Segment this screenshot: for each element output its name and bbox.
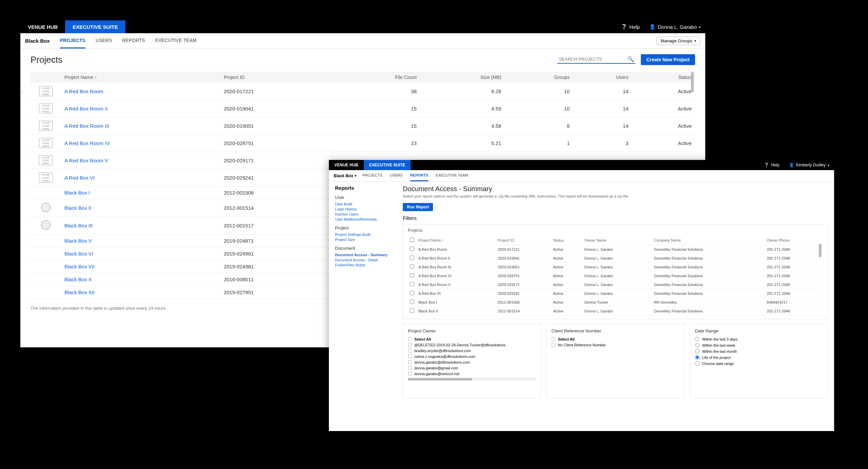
project-link[interactable]: Black Box XIII [61,299,220,303]
date-range-option[interactable]: Life of the project [695,355,823,360]
cell: Donnelley Financial Solutions [652,263,765,271]
column-header[interactable]: Status [551,236,582,245]
project-link[interactable]: Black Box I [61,186,220,199]
select-all-checkbox[interactable] [410,238,414,242]
date-range-option[interactable]: Choose date range [695,361,823,366]
manage-groups-button[interactable]: Manage Groups ▾ [656,37,701,45]
cell: 14 [573,117,632,135]
user-menu[interactable]: 👤 Kimberly Dudley ▾ [784,163,834,167]
column-header[interactable]: Project Name ↑ [61,72,220,83]
sidebar-link[interactable]: Inactive Users [335,212,397,216]
user-menu[interactable]: 👤 Donna L. Garabo ▾ [645,24,705,30]
column-header[interactable]: Users [573,72,632,83]
sub-nav: Black Box PROJECTSUSERSREPORTSEXECUTIVE … [20,33,705,49]
owner-checkbox[interactable]: bradley.snyder@dfinsolutions.com [408,348,536,353]
project-link[interactable]: A Red Box VI [61,169,220,186]
create-project-button[interactable]: Create New Project [641,54,695,65]
column-header[interactable]: Owner Phone [765,236,823,245]
date-range-option[interactable]: Within the last 3 days [695,337,823,341]
column-header[interactable]: Project Name ↑ [416,236,496,245]
cell: Active [551,245,582,254]
vertical-scrollbar[interactable] [818,244,822,294]
row-checkbox[interactable] [410,300,414,304]
project-link[interactable]: Black Box VII [61,260,220,273]
logo-placeholder-icon: {YOUR LOGO HERE} [39,103,53,114]
project-link[interactable]: Black Box X [61,273,220,286]
cell: Active [632,135,695,152]
owner-checkbox[interactable]: donna.garabo@gmail.com [408,366,536,370]
row-checkbox[interactable] [410,264,414,269]
column-header[interactable]: Project ID [496,236,551,245]
project-link[interactable]: Black Box II [61,199,220,217]
sidebar-link[interactable]: User Additions/Removals [335,217,397,221]
top-nav-venue-hub[interactable]: VENUE HUB [329,160,364,170]
column-header[interactable]: Owner Name [582,236,652,245]
column-header[interactable]: Groups [505,72,573,83]
top-nav-executive-suite[interactable]: EXECUTIVE SUITE [364,160,411,170]
row-checkbox[interactable] [410,256,414,260]
cell: A Red Box VI [416,289,496,298]
owner-checkbox[interactable]: donna.garabo@dfinsolutions.com [408,360,536,364]
search-input[interactable] [559,57,627,62]
sidebar-link[interactable]: Folder/Files Notes [335,263,397,267]
cell: 38 [333,83,420,100]
projects-filter-table: Project Name ↑Project IDStatusOwner Name… [408,236,823,315]
owner-checkbox[interactable]: carlos.c.nogueira@dfinsolutions.com [408,354,536,359]
project-link[interactable]: A Red Box Room V [61,152,220,169]
project-link[interactable]: A Red Box Room IV [61,135,220,152]
column-header[interactable]: Size (MB) [420,72,505,83]
tab-users[interactable]: USERS [96,33,112,48]
run-report-button[interactable]: Run Report [403,203,433,211]
cell: Donna L. Garabo [582,289,652,298]
sidebar-expand-handle[interactable]: › [21,89,23,95]
project-link[interactable]: A Red Box Room III [61,117,220,135]
tab-reports[interactable]: REPORTS [122,33,145,48]
tab-reports[interactable]: REPORTS [410,170,428,181]
project-link[interactable]: Black Box VI [61,247,220,260]
project-link[interactable]: A Red Box Room [61,83,220,100]
select-all-checkbox[interactable]: Select All [408,337,536,341]
owner-checkbox[interactable]: donna.garabo@verizon.net [408,371,536,376]
cell: 2019-024871 [220,234,333,247]
select-all-checkbox[interactable]: Select All [551,337,679,341]
project-link[interactable]: Black Box III [61,217,220,234]
owner-checkbox[interactable]: @DELETED-2019-02-28-Dennis.Tucker@dfinso… [408,343,536,347]
search-icon[interactable]: 🔍 [627,56,634,62]
row-checkbox[interactable] [410,308,414,313]
sidebar-link[interactable]: Project Settings Audit [335,232,397,237]
user-name: Kimberly Dudley [796,163,826,167]
brand-dropdown[interactable]: Black Box ▾ [334,174,356,178]
project-link[interactable]: Black Box V [61,234,220,247]
cell: Active [551,307,582,315]
column-header[interactable]: Company Name [652,236,765,245]
date-range-option[interactable]: Within the last week [695,343,823,347]
column-header[interactable]: File Count [333,72,420,83]
help-link[interactable]: ❔ Help [759,163,784,167]
tab-projects[interactable]: PROJECTS [60,33,85,48]
sidebar-link[interactable]: Login History [335,207,397,211]
column-header[interactable]: Project ID [220,72,333,83]
tab-executive-team[interactable]: EXECUTIVE TEAM [155,33,197,48]
top-nav-venue-hub[interactable]: VENUE HUB [20,20,65,33]
sidebar-link[interactable]: Project Size [335,238,397,242]
project-link[interactable]: Black Box XII [61,286,220,299]
tab-users[interactable]: USERS [390,170,403,181]
row-checkbox[interactable] [410,273,414,278]
search-projects[interactable]: 🔍 [557,56,635,64]
project-link[interactable]: A Red Box Room II [61,100,220,117]
horizontal-scrollbar[interactable] [408,378,536,381]
row-checkbox[interactable] [410,282,414,286]
column-header[interactable]: Status [632,72,695,83]
row-checkbox[interactable] [410,291,414,295]
cell: 6469424217 [765,298,823,307]
no-client-ref-checkbox[interactable]: No Client Reference Number [551,343,679,347]
date-range-option[interactable]: Within the last month [695,349,823,353]
row-checkbox[interactable] [410,247,414,251]
tab-projects[interactable]: PROJECTS [362,170,382,181]
sidebar-link[interactable]: Document Access - Summary [335,253,397,257]
help-link[interactable]: ❔ Help [616,24,645,30]
sidebar-link[interactable]: User Audit [335,202,397,206]
tab-executive-team[interactable]: EXECUTIVE TEAM [436,170,468,181]
top-nav-executive-suite[interactable]: EXECUTIVE SUITE [65,20,125,33]
sidebar-link[interactable]: Document Access - Detail [335,258,397,262]
